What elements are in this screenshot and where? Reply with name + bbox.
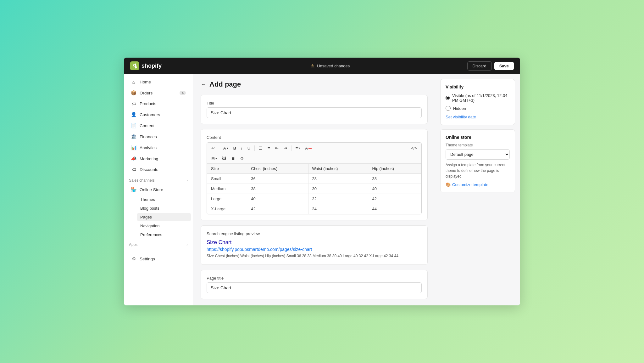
logo-text: shopify — [142, 63, 162, 69]
sidebar-item-marketing[interactable]: 📣 Marketing — [126, 153, 191, 164]
toolbar-font-btn[interactable]: A ▾ — [221, 145, 230, 152]
sidebar-item-orders[interactable]: 📦 Orders 4 — [126, 88, 191, 98]
topbar-center: ⚠ Unsaved changes — [193, 63, 467, 69]
apps-section: Apps › — [124, 239, 193, 248]
toolbar-separator — [219, 145, 219, 151]
table-header-row: Size Chest (inches) Waist (inches) Hip (… — [207, 164, 421, 174]
title-input[interactable] — [207, 107, 422, 118]
col-hip: Hip (inches) — [368, 164, 421, 174]
toolbar-underline-btn[interactable]: U — [246, 145, 252, 152]
page-title-card: Page title — [201, 270, 428, 299]
col-waist: Waist (inches) — [308, 164, 368, 174]
toolbar-list-ul-btn[interactable]: ☰ — [257, 145, 264, 152]
save-button[interactable]: Save — [494, 62, 514, 70]
table-row: X-Large423444 — [207, 204, 421, 214]
sidebar-item-products[interactable]: 🏷 Products — [126, 99, 191, 109]
col-size: Size — [207, 164, 247, 174]
products-icon: 🏷 — [131, 101, 136, 106]
sidebar-item-label: Content — [140, 123, 154, 128]
sidebar-item-content[interactable]: 📄 Content — [126, 120, 191, 131]
sidebar-item-discounts[interactable]: 🏷 Discounts — [126, 164, 191, 175]
sidebar-item-label: Analytics — [140, 145, 157, 150]
toolbar-source-btn[interactable]: </> — [409, 145, 419, 152]
settings-icon: ⚙ — [131, 256, 136, 262]
home-icon: ⌂ — [131, 79, 136, 85]
discard-button[interactable]: Discard — [467, 61, 492, 71]
toolbar-list-ol-btn[interactable]: ≡ — [266, 145, 272, 152]
title-card: Title — [201, 95, 428, 124]
content-area: ← Add page Title Content ↩ A ▾ B I U — [193, 74, 435, 305]
sidebar-item-navigation[interactable]: Navigation — [137, 222, 191, 230]
sidebar-item-label: Orders — [140, 91, 153, 95]
sidebar-item-home[interactable]: ⌂ Home — [126, 77, 191, 87]
table-cell: 42 — [368, 194, 421, 204]
toolbar-undo-btn[interactable]: ↩ — [209, 145, 217, 152]
shopify-logo-icon — [130, 61, 139, 70]
main-layout: ⌂ Home 📦 Orders 4 🏷 Products 👤 Customers… — [124, 74, 520, 305]
theme-template-select[interactable]: Default page Custom — [446, 149, 510, 160]
sidebar-item-preferences[interactable]: Preferences — [137, 230, 191, 239]
toolbar-separator2 — [254, 145, 255, 151]
visibility-visible-radio[interactable] — [446, 95, 450, 100]
sidebar-item-analytics[interactable]: 📊 Analytics — [126, 142, 191, 153]
app-window: shopify ⚠ Unsaved changes Discard Save ⌂… — [124, 58, 520, 305]
content-card: Content ↩ A ▾ B I U ☰ ≡ ⇤ ⇥ ≡ ▾ A — [201, 129, 428, 220]
sidebar-item-label: Home — [140, 80, 151, 84]
sidebar-item-label: Discounts — [140, 167, 158, 172]
orders-icon: 📦 — [131, 90, 136, 96]
sidebar-item-label: Marketing — [140, 156, 158, 161]
toolbar-table-btn[interactable]: ⊞ ▾ — [209, 155, 219, 162]
toolbar-image-btn[interactable]: 🖼 — [220, 155, 228, 162]
topbar-logo: shopify — [130, 61, 193, 70]
sidebar-item-blog-posts[interactable]: Blog posts — [137, 204, 191, 213]
topbar-actions: Discard Save — [467, 61, 514, 71]
toolbar-italic-btn[interactable]: I — [239, 145, 244, 152]
toolbar-clear-btn[interactable]: ⊘ — [238, 155, 246, 162]
navigation-label: Navigation — [140, 224, 159, 228]
sidebar-item-label: Online Store — [140, 187, 163, 192]
svg-rect-0 — [130, 61, 139, 70]
toolbar-media-btn[interactable]: ⏹ — [229, 155, 237, 162]
toolbar-indent-btn[interactable]: ⇥ — [282, 145, 289, 152]
blog-posts-label: Blog posts — [140, 206, 159, 211]
visibility-visible-option[interactable]: Visible (as of 11/1/2023, 12:04 PM GMT+3… — [446, 93, 510, 103]
sidebar-sub-items: Themes Blog posts Pages Navigation Prefe… — [124, 195, 193, 239]
template-description: Assign a template from your current them… — [446, 162, 510, 179]
sidebar-item-customers[interactable]: 👤 Customers — [126, 109, 191, 120]
toolbar-color-btn[interactable]: A — [303, 145, 314, 152]
chevron-icon: › — [186, 179, 188, 182]
set-visibility-date-link[interactable]: Set visibility date — [446, 115, 476, 119]
table-cell: 40 — [247, 194, 308, 204]
toolbar-outdent-btn[interactable]: ⇤ — [273, 145, 280, 152]
page-title: Add page — [209, 80, 241, 88]
sidebar-item-themes[interactable]: Themes — [137, 195, 191, 204]
seo-description: Size Chest (inches) Waist (inches) Hip (… — [207, 253, 422, 259]
themes-label: Themes — [140, 197, 155, 202]
page-title-input[interactable] — [207, 282, 422, 293]
visibility-visible-label: Visible (as of 11/1/2023, 12:04 PM GMT+3… — [452, 93, 510, 103]
table-wrapper: Size Chest (inches) Waist (inches) Hip (… — [207, 163, 421, 214]
visibility-hidden-radio[interactable] — [446, 106, 451, 111]
back-arrow-icon[interactable]: ← — [201, 81, 206, 88]
unsaved-changes-text: Unsaved changes — [317, 64, 350, 68]
online-store-icon: 🏪 — [131, 187, 136, 192]
customize-label: Customize template — [452, 182, 488, 187]
visibility-hidden-option[interactable]: Hidden — [446, 106, 510, 111]
sidebar-item-online-store[interactable]: 🏪 Online Store — [126, 184, 191, 195]
table-cell: 32 — [308, 194, 368, 204]
marketing-icon: 📣 — [131, 156, 136, 162]
content-toolbar: ↩ A ▾ B I U ☰ ≡ ⇤ ⇥ ≡ ▾ A </> — [207, 142, 422, 154]
toolbar-align-btn[interactable]: ≡ ▾ — [294, 145, 302, 152]
table-row: Small362838 — [207, 174, 421, 184]
sidebar-item-label: Customers — [140, 112, 160, 117]
orders-badge: 4 — [180, 91, 186, 95]
apps-label: Apps — [129, 242, 137, 247]
sidebar-item-settings[interactable]: ⚙ Settings — [126, 253, 191, 264]
customize-template-link[interactable]: 🎨 Customize template — [446, 182, 510, 187]
table-cell: 44 — [368, 204, 421, 214]
sidebar-item-finances[interactable]: 🏦 Finances — [126, 131, 191, 142]
table-cell: 40 — [368, 184, 421, 194]
preferences-label: Preferences — [140, 232, 162, 237]
toolbar-bold-btn[interactable]: B — [231, 145, 238, 152]
sidebar-item-pages[interactable]: Pages — [137, 213, 191, 221]
